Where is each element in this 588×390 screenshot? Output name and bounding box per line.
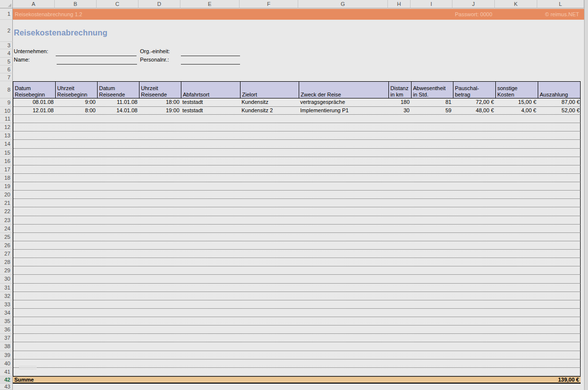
row-header-41[interactable]: 41 — [0, 368, 13, 376]
cell-auszahlung[interactable]: 52,00 € — [538, 107, 581, 115]
cell-datum-reisebeginn[interactable]: 12.01.08 — [13, 107, 55, 115]
col-header-pauschalbetrag[interactable]: Pauschal-betrag — [453, 82, 495, 98]
cell-distanz-in-km[interactable]: 30 — [388, 107, 411, 115]
row-header-25[interactable]: 25 — [0, 233, 13, 241]
col-header-zweck-der-reise[interactable]: Zweck der Reise — [299, 82, 388, 98]
cell-abfahrtsort[interactable]: teststadt — [181, 98, 240, 106]
cell-sonstige-kosten[interactable]: 15,00 € — [495, 98, 538, 106]
empty-table-row[interactable] — [13, 359, 581, 368]
empty-table-row[interactable] — [13, 342, 581, 351]
row-header-21[interactable]: 21 — [0, 199, 13, 207]
unternehmen-field[interactable] — [56, 55, 137, 56]
row-header-22[interactable]: 22 — [0, 207, 13, 216]
col-header-uhrzeit-reiseende[interactable]: UhrzeitReiseende — [139, 82, 181, 98]
empty-table-row[interactable] — [13, 174, 581, 182]
cell-uhrzeit-reisebeginn[interactable]: 9:00 — [55, 98, 97, 106]
row-header-31[interactable]: 31 — [0, 284, 13, 292]
column-header-I[interactable]: I — [411, 0, 452, 8]
cell-datum-reiseende[interactable]: 14.01.08 — [97, 107, 139, 115]
empty-table-row[interactable] — [13, 309, 581, 317]
name-field[interactable] — [57, 64, 137, 65]
column-header-L[interactable]: L — [537, 0, 584, 8]
org-einheit-field[interactable] — [181, 55, 240, 56]
cell-uhrzeit-reiseende[interactable]: 18:00 — [139, 98, 181, 106]
cell-datum-reisebeginn[interactable]: 08.01.08 — [13, 98, 55, 106]
column-header-H[interactable]: H — [388, 0, 411, 8]
empty-table-row[interactable] — [13, 191, 581, 199]
empty-table-row[interactable] — [13, 266, 581, 275]
cell-zweck-der-reise[interactable]: vertragsgespräche — [299, 98, 388, 106]
row-header-34[interactable]: 34 — [0, 309, 13, 317]
col-header-datum-reiseende[interactable]: DatumReiseende — [97, 82, 139, 98]
empty-table-row[interactable] — [13, 241, 581, 250]
col-header-uhrzeit-reisebeginn[interactable]: UhrzeitReisebeginn — [55, 82, 97, 98]
row-header-9[interactable]: 9 — [0, 98, 13, 107]
col-header-abwesenheit-in-std[interactable]: Abwesentheitin Std. — [411, 82, 453, 98]
empty-table-row[interactable] — [13, 275, 581, 283]
column-header-K[interactable]: K — [495, 0, 537, 8]
empty-table-row[interactable] — [13, 149, 581, 157]
row-header-10[interactable]: 10 — [0, 107, 13, 115]
row-header-1[interactable]: 1 — [0, 8, 13, 20]
row-header-39[interactable]: 39 — [0, 351, 13, 359]
empty-table-row[interactable] — [13, 199, 581, 207]
empty-table-row[interactable] — [13, 325, 581, 334]
row-header-13[interactable]: 13 — [0, 131, 13, 140]
row-header-5[interactable]: 5 — [0, 58, 13, 65]
empty-table-row[interactable] — [13, 292, 581, 300]
row-header-32[interactable]: 32 — [0, 292, 13, 300]
cell-pauschalbetrag[interactable]: 72,00 € — [453, 98, 495, 106]
empty-table-row[interactable] — [13, 258, 581, 266]
empty-table-row[interactable] — [13, 317, 581, 325]
row-header-28[interactable]: 28 — [0, 258, 13, 266]
row-header-17[interactable]: 17 — [0, 165, 13, 174]
empty-table-row[interactable] — [13, 115, 581, 123]
row-header-2[interactable]: 2 — [0, 20, 13, 42]
personalnr-field[interactable] — [181, 64, 240, 65]
col-header-auszahlung[interactable]: Auszahlung — [538, 82, 581, 98]
empty-table-row[interactable] — [13, 225, 581, 233]
row-header-18[interactable]: 18 — [0, 174, 13, 182]
column-header-F[interactable]: F — [240, 0, 298, 8]
cell-uhrzeit-reiseende[interactable]: 19:00 — [139, 107, 181, 115]
row-header-42[interactable]: 42 — [0, 376, 13, 384]
col-header-zielort[interactable]: Zielort — [240, 82, 299, 98]
col-header-distanz-in-km[interactable]: Distanzin km — [388, 82, 411, 98]
cell-auszahlung[interactable]: 87,00 € — [538, 98, 581, 106]
empty-table-row[interactable] — [13, 300, 581, 309]
row-header-12[interactable]: 12 — [0, 123, 13, 131]
cell-uhrzeit-reisebeginn[interactable]: 8:00 — [55, 107, 97, 115]
empty-table-row[interactable] — [13, 216, 581, 225]
row-header-23[interactable]: 23 — [0, 216, 13, 225]
cell-zielort[interactable]: Kundensitz 2 — [240, 107, 299, 115]
column-header-D[interactable]: D — [138, 0, 180, 8]
column-header-G[interactable]: G — [298, 0, 388, 8]
col-header-sonstige-kosten[interactable]: sonstigeKosten — [495, 82, 538, 98]
empty-table-row[interactable] — [13, 165, 581, 174]
row-header-27[interactable]: 27 — [0, 250, 13, 258]
empty-table-row[interactable] — [13, 233, 581, 241]
row-header-14[interactable]: 14 — [0, 140, 13, 148]
row-header-43[interactable]: 43 — [0, 384, 13, 390]
row-header-29[interactable]: 29 — [0, 266, 13, 275]
empty-table-row[interactable] — [13, 284, 581, 292]
row-header-24[interactable]: 24 — [0, 225, 13, 233]
column-header-E[interactable]: E — [180, 0, 240, 8]
row-header-4[interactable]: 4 — [0, 49, 13, 58]
row-header-33[interactable]: 33 — [0, 300, 13, 309]
cell-abfahrtsort[interactable]: teststadt — [181, 107, 240, 115]
empty-table-row[interactable] — [13, 123, 581, 131]
row-header-7[interactable]: 7 — [0, 73, 13, 81]
row-header-36[interactable]: 36 — [0, 325, 13, 334]
col-header-abfahrtsort[interactable]: Abfahrtsort — [181, 82, 240, 98]
empty-table-row[interactable] — [13, 250, 581, 258]
row-header-16[interactable]: 16 — [0, 157, 13, 165]
empty-table-row[interactable] — [13, 368, 581, 376]
row-header-11[interactable]: 11 — [0, 115, 13, 123]
cell-abwesenheit-in-std[interactable]: 81 — [411, 98, 453, 106]
empty-table-row[interactable] — [13, 131, 581, 140]
column-header-B[interactable]: B — [55, 0, 97, 8]
row-header-8[interactable]: 8 — [0, 81, 13, 98]
empty-table-row[interactable] — [13, 334, 581, 342]
cell-datum-reiseende[interactable]: 11.01.08 — [97, 98, 139, 106]
